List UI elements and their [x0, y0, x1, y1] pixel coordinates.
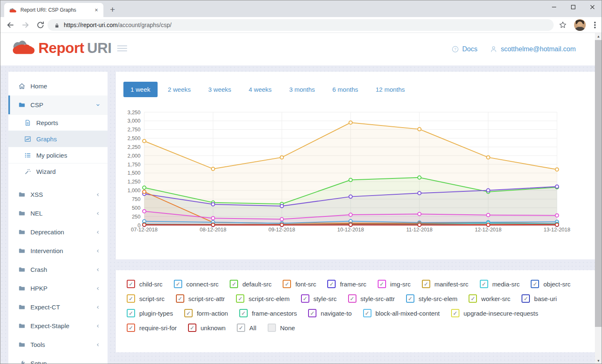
checkbox-checked[interactable]: ✓ — [283, 280, 291, 288]
checkbox-checked[interactable]: ✓ — [406, 294, 414, 303]
legend-item-require-sri-for[interactable]: ✓require-sri-for — [127, 324, 177, 332]
close-button[interactable] — [583, 0, 602, 14]
browser-profile-avatar[interactable] — [574, 19, 586, 31]
sidebar-item-crash[interactable]: Crash — [8, 260, 108, 279]
sidebar-item-xss[interactable]: XSS — [8, 185, 108, 204]
legend-item-connect-src[interactable]: ✓connect-src — [174, 280, 219, 288]
legend-item-unknown[interactable]: ✓unknown — [188, 324, 226, 332]
bookmark-star-icon[interactable] — [559, 21, 567, 29]
sidebar-item-csp[interactable]: CSP — [8, 95, 108, 114]
csp-line-chart[interactable]: 02505007501,0001,2501,5001,7502,0002,250… — [120, 105, 583, 245]
legend-item-block-all-mixed-content[interactable]: ✓block-all-mixed-content — [363, 309, 440, 317]
sidebar-item-reports[interactable]: Reports — [8, 114, 108, 131]
legend-item-img-src[interactable]: ✓img-src — [378, 280, 411, 288]
legend-item-object-src[interactable]: ✓object-src — [531, 280, 570, 288]
forward-icon[interactable] — [21, 20, 30, 30]
folder-icon — [18, 285, 25, 292]
checkbox-checked[interactable]: ✓ — [176, 294, 184, 303]
reload-icon[interactable] — [36, 20, 45, 30]
legend-item-frame-src[interactable]: ✓frame-src — [327, 280, 366, 288]
legend-item-navigate-to[interactable]: ✓navigate-to — [308, 309, 351, 317]
legend-item-none[interactable]: ✓None — [268, 324, 295, 332]
scrollbar-thumb[interactable] — [595, 40, 602, 327]
legend-item-script-src-elem[interactable]: ✓script-src-elem — [236, 294, 289, 303]
checkbox-checked[interactable]: ✓ — [239, 309, 248, 317]
legend-item-style-src[interactable]: ✓style-src — [301, 294, 337, 303]
checkbox-checked[interactable]: ✓ — [127, 309, 135, 317]
page-scrollbar[interactable]: ▲ ▼ — [595, 33, 602, 364]
checkbox-checked[interactable]: ✓ — [188, 324, 196, 332]
legend-item-upgrade-insecure-requests[interactable]: ✓upgrade-insecure-requests — [451, 309, 538, 317]
checkbox-checked[interactable]: ✓ — [230, 280, 238, 288]
legend-item-font-src[interactable]: ✓font-src — [283, 280, 316, 288]
sidebar-item-my-policies[interactable]: My policies — [8, 147, 108, 163]
minimize-button[interactable] — [544, 0, 564, 14]
sidebar-item-tools[interactable]: Tools — [8, 335, 108, 354]
legend-item-media-src[interactable]: ✓media-src — [480, 280, 520, 288]
legend-item-style-src-elem[interactable]: ✓style-src-elem — [406, 294, 457, 303]
legend-item-plugin-types[interactable]: ✓plugin-types — [127, 309, 173, 317]
url-bar[interactable]: https://report-uri.com/account/graphs/cs… — [48, 19, 554, 31]
legend-item-all[interactable]: ✓All — [237, 324, 256, 332]
checkbox-checked[interactable]: ✓ — [348, 294, 356, 303]
checkbox-checked[interactable]: ✓ — [237, 324, 245, 332]
docs-link[interactable]: ? Docs — [452, 45, 477, 53]
sidebar-item-home[interactable]: Home — [8, 77, 108, 95]
legend-item-default-src[interactable]: ✓default-src — [230, 280, 271, 288]
period-tab-12-months[interactable]: 12 months — [369, 82, 412, 97]
period-tab-1-week[interactable]: 1 week — [123, 82, 158, 97]
sidebar-item-wizard[interactable]: Wizard — [8, 163, 108, 179]
period-tab-2-weeks[interactable]: 2 weeks — [161, 82, 198, 97]
checkbox-checked[interactable]: ✓ — [480, 280, 488, 288]
period-tab-3-months[interactable]: 3 months — [282, 82, 322, 97]
checkbox-checked[interactable]: ✓ — [301, 294, 309, 303]
sidebar-item-expect-ct[interactable]: Expect-CT — [8, 298, 108, 316]
period-tab-3-weeks[interactable]: 3 weeks — [201, 82, 238, 97]
checkbox-checked[interactable]: ✓ — [127, 280, 135, 288]
sidebar-item-nel[interactable]: NEL — [8, 204, 108, 223]
sidebar-item-expect-staple[interactable]: Expect-Staple — [8, 316, 108, 335]
sidebar-item-setup[interactable]: Setup — [8, 354, 108, 364]
legend-item-child-src[interactable]: ✓child-src — [127, 280, 163, 288]
checkbox-checked[interactable]: ✓ — [127, 294, 135, 303]
legend-item-form-action[interactable]: ✓form-action — [184, 309, 228, 317]
legend-item-base-uri[interactable]: ✓base-uri — [522, 294, 557, 303]
checkbox-checked[interactable]: ✓ — [327, 280, 336, 288]
checkbox-checked[interactable]: ✓ — [236, 294, 244, 303]
legend-item-frame-ancestors[interactable]: ✓frame-ancestors — [239, 309, 297, 317]
legend-item-style-src-attr[interactable]: ✓style-src-attr — [348, 294, 395, 303]
checkbox-checked[interactable]: ✓ — [184, 309, 193, 317]
checkbox-checked[interactable]: ✓ — [174, 280, 182, 288]
report-uri-logo[interactable]: ReportURI — [12, 39, 112, 57]
browser-tab[interactable]: Report URI: CSP Graphs × — [4, 3, 103, 17]
checkbox-unchecked[interactable]: ✓ — [268, 324, 276, 332]
legend-item-script-src[interactable]: ✓script-src — [127, 294, 165, 303]
sidebar-item-intervention[interactable]: Intervention — [8, 241, 108, 260]
checkbox-checked[interactable]: ✓ — [127, 324, 135, 332]
sidebar-item-deprecation[interactable]: Deprecation — [8, 223, 108, 241]
legend-item-worker-src[interactable]: ✓worker-src — [469, 294, 510, 303]
menu-toggle-icon[interactable] — [117, 45, 127, 53]
legend-item-script-src-attr[interactable]: ✓script-src-attr — [176, 294, 225, 303]
checkbox-checked[interactable]: ✓ — [451, 309, 459, 317]
checkbox-checked[interactable]: ✓ — [522, 294, 530, 303]
sidebar-item-hpkp[interactable]: HPKP — [8, 279, 108, 298]
sidebar-item-graphs[interactable]: Graphs — [8, 131, 108, 147]
tab-close-icon[interactable]: × — [93, 6, 100, 14]
checkbox-checked[interactable]: ✓ — [531, 280, 539, 288]
checkbox-checked[interactable]: ✓ — [422, 280, 430, 288]
browser-menu-icon[interactable] — [591, 20, 599, 30]
checkbox-checked[interactable]: ✓ — [469, 294, 477, 303]
checkbox-checked[interactable]: ✓ — [363, 309, 371, 317]
maximize-button[interactable] — [564, 0, 583, 14]
checkbox-checked[interactable]: ✓ — [378, 280, 386, 288]
period-tab-4-weeks[interactable]: 4 weeks — [242, 82, 279, 97]
new-tab-button[interactable]: + — [107, 4, 118, 16]
checkbox-checked[interactable]: ✓ — [308, 309, 316, 317]
period-tab-6-months[interactable]: 6 months — [325, 82, 365, 97]
scroll-up-icon[interactable]: ▲ — [595, 33, 602, 40]
legend-item-manifest-src[interactable]: ✓manifest-src — [422, 280, 469, 288]
back-icon[interactable] — [6, 20, 15, 30]
account-link[interactable]: scotthelme@hotmail.com — [490, 45, 576, 53]
scroll-down-icon[interactable]: ▼ — [595, 357, 602, 364]
